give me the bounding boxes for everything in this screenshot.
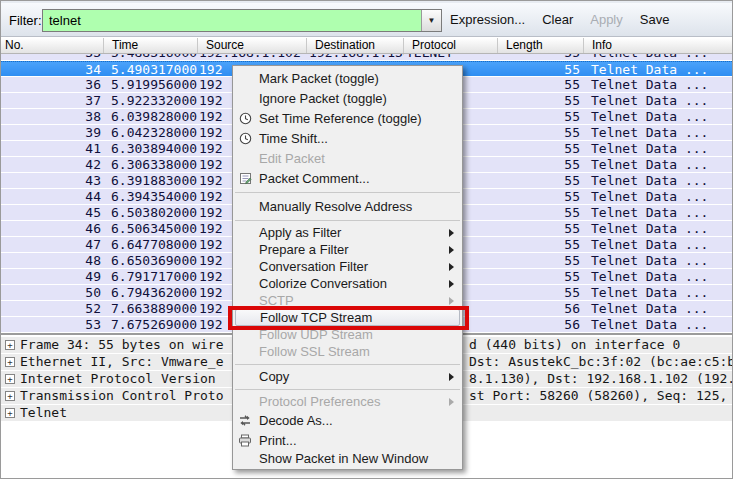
column-header-source[interactable]: Source bbox=[198, 38, 307, 53]
menu-item-label: Edit Packet bbox=[259, 151, 325, 166]
toolbar-button-expression[interactable]: Expression... bbox=[450, 12, 525, 27]
menu-item-label: Packet Comment... bbox=[259, 171, 370, 186]
menu-item-edit-packet: Edit Packet bbox=[233, 148, 462, 168]
menu-item-prepare-a-filter[interactable]: Prepare a Filter bbox=[233, 241, 462, 258]
menu-item-copy[interactable]: Copy bbox=[233, 368, 462, 385]
print-icon bbox=[237, 433, 253, 447]
submenu-arrow-icon bbox=[449, 229, 454, 237]
column-header-time[interactable]: Time bbox=[104, 38, 198, 53]
decode-icon bbox=[237, 413, 253, 427]
cell-len: 55 bbox=[498, 125, 584, 140]
cell-no: 41 bbox=[1, 141, 104, 156]
menu-item-show-packet-in-new-window[interactable]: Show Packet in New Window bbox=[233, 450, 462, 467]
cell-info: Telnet Data ... bbox=[584, 54, 733, 60]
cell-no: 45 bbox=[1, 205, 104, 220]
menu-item-manually-resolve-address[interactable]: Manually Resolve Address bbox=[233, 196, 462, 216]
expander-plus-icon[interactable]: + bbox=[5, 408, 15, 418]
cell-no: 39 bbox=[1, 125, 104, 140]
cell-info: Telnet Data ... bbox=[584, 157, 733, 172]
menu-item-label: Print... bbox=[259, 433, 297, 448]
menu-item-follow-tcp-stream[interactable]: Follow TCP Stream bbox=[235, 309, 460, 326]
cell-time: 6.791717000 bbox=[104, 269, 198, 284]
cell-len: 55 bbox=[498, 109, 584, 124]
cell-time: 6.306338000 bbox=[104, 157, 198, 172]
cell-time: 6.391883000 bbox=[104, 173, 198, 188]
submenu-arrow-icon bbox=[449, 263, 454, 271]
detail-text-right: Dst: AsustekC_bc:3f:02 (bc:ae:c5:b bbox=[469, 354, 733, 369]
cell-len: 55 bbox=[498, 93, 584, 108]
cell-no: 46 bbox=[1, 221, 104, 236]
cell-info: Telnet Data ... bbox=[584, 93, 733, 108]
detail-text-left: Internet Protocol Version bbox=[20, 371, 216, 386]
column-header-destination[interactable]: Destination bbox=[307, 38, 404, 53]
menu-item-label: Follow SSL Stream bbox=[259, 344, 370, 359]
column-header-row: No.TimeSourceDestinationProtocolLengthIn… bbox=[1, 38, 733, 54]
filter-toolbar: Filter: ▼ Expression...ClearApplySave bbox=[1, 1, 733, 37]
clock-icon bbox=[237, 131, 253, 145]
cell-no: 53 bbox=[1, 317, 104, 332]
filter-box: ▼ bbox=[42, 9, 442, 32]
cell-info: Telnet Data ... bbox=[584, 237, 733, 252]
menu-item-label: Mark Packet (toggle) bbox=[259, 71, 379, 86]
cell-len: 56 bbox=[498, 317, 584, 332]
detail-text-right: 8.1.130), Dst: 192.168.1.102 (192. bbox=[469, 371, 733, 386]
submenu-arrow-icon bbox=[449, 398, 454, 406]
cell-len: 55 bbox=[498, 205, 584, 220]
menu-item-label: Follow TCP Stream bbox=[260, 310, 372, 325]
menu-item-print[interactable]: Print... bbox=[233, 430, 462, 450]
menu-separator bbox=[235, 220, 460, 221]
column-header-protocol[interactable]: Protocol bbox=[404, 38, 498, 53]
toolbar-button-save[interactable]: Save bbox=[640, 12, 670, 27]
menu-separator bbox=[235, 364, 460, 365]
menu-item-follow-ssl-stream: Follow SSL Stream bbox=[233, 343, 462, 360]
menu-separator bbox=[235, 192, 460, 193]
menu-item-conversation-filter[interactable]: Conversation Filter bbox=[233, 258, 462, 275]
menu-item-colorize-conversation[interactable]: Colorize Conversation bbox=[233, 275, 462, 292]
expander-plus-icon[interactable]: + bbox=[5, 340, 15, 350]
cell-no: 49 bbox=[1, 269, 104, 284]
cell-len: 55 bbox=[498, 54, 584, 60]
column-header-no[interactable]: No. bbox=[1, 38, 104, 53]
cell-len: 55 bbox=[498, 269, 584, 284]
toolbar-buttons: Expression...ClearApplySave bbox=[450, 12, 669, 27]
expander-plus-icon[interactable]: + bbox=[5, 374, 15, 384]
cell-no: 48 bbox=[1, 253, 104, 268]
cell-no: 47 bbox=[1, 237, 104, 252]
context-menu: Mark Packet (toggle)Ignore Packet (toggl… bbox=[232, 65, 463, 470]
cell-no: 34 bbox=[1, 62, 104, 76]
expander-plus-icon[interactable]: + bbox=[5, 391, 15, 401]
cell-info: Telnet Data ... bbox=[584, 253, 733, 268]
toolbar-button-clear[interactable]: Clear bbox=[542, 12, 573, 27]
packet-row-clipped[interactable]: 335.488316000192.168.1.102192.168.1.130T… bbox=[1, 54, 733, 61]
menu-item-follow-udp-stream: Follow UDP Stream bbox=[233, 326, 462, 343]
menu-item-mark-packet-toggle[interactable]: Mark Packet (toggle) bbox=[233, 68, 462, 88]
menu-item-apply-as-filter[interactable]: Apply as Filter bbox=[233, 224, 462, 241]
cell-time: 6.794362000 bbox=[104, 285, 198, 300]
cell-time: 6.650369000 bbox=[104, 253, 198, 268]
menu-item-decode-as[interactable]: Decode As... bbox=[233, 410, 462, 430]
cell-len: 55 bbox=[498, 253, 584, 268]
detail-text-left: Telnet bbox=[20, 405, 67, 420]
menu-item-protocol-preferences: Protocol Preferences bbox=[233, 393, 462, 410]
detail-text-left: Transmission Control Proto bbox=[20, 388, 224, 403]
expander-plus-icon[interactable]: + bbox=[5, 357, 15, 367]
menu-item-set-time-reference-toggle[interactable]: Set Time Reference (toggle) bbox=[233, 108, 462, 128]
filter-dropdown-button[interactable]: ▼ bbox=[421, 10, 441, 31]
column-header-length[interactable]: Length bbox=[498, 38, 584, 53]
menu-item-label: Decode As... bbox=[259, 413, 333, 428]
detail-text-right: d (440 bits) on interface 0 bbox=[469, 337, 680, 352]
menu-item-time-shift[interactable]: Time Shift... bbox=[233, 128, 462, 148]
cell-no: 43 bbox=[1, 173, 104, 188]
cell-len: 55 bbox=[498, 77, 584, 92]
menu-item-label: Time Shift... bbox=[259, 131, 328, 146]
cell-no: 44 bbox=[1, 189, 104, 204]
filter-label: Filter: bbox=[9, 13, 42, 28]
menu-item-packet-comment[interactable]: Packet Comment... bbox=[233, 168, 462, 188]
cell-no: 33 bbox=[1, 54, 104, 60]
menu-item-ignore-packet-toggle[interactable]: Ignore Packet (toggle) bbox=[233, 88, 462, 108]
cell-info: Telnet Data ... bbox=[584, 221, 733, 236]
menu-item-label: Show Packet in New Window bbox=[259, 451, 428, 466]
filter-input[interactable] bbox=[43, 10, 421, 31]
menu-item-label: SCTP bbox=[259, 293, 294, 308]
column-header-info[interactable]: Info bbox=[584, 38, 733, 53]
